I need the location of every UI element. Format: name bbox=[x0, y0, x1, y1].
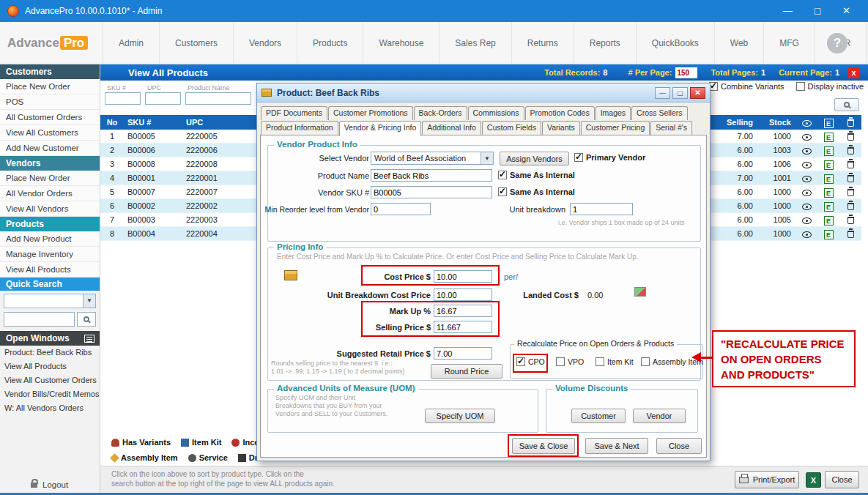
view-product-button[interactable] bbox=[795, 213, 817, 226]
round-price-button[interactable]: Round Price bbox=[431, 364, 502, 379]
volume-customer-button[interactable]: Customer bbox=[571, 409, 626, 423]
unit-breakdown-cost-input[interactable] bbox=[434, 289, 492, 301]
dialog-titlebar[interactable]: Product: Beef Back Ribs bbox=[257, 83, 710, 103]
tab-back-orders[interactable]: Back-Orders bbox=[414, 106, 467, 120]
dialog-minimize-icon[interactable] bbox=[655, 87, 670, 99]
page-close-button[interactable]: x bbox=[848, 67, 859, 78]
nav-item-admin[interactable]: Admin bbox=[103, 22, 159, 64]
vendor-product-name-input[interactable] bbox=[371, 169, 492, 182]
help-icon[interactable] bbox=[827, 33, 847, 53]
col-header-selling[interactable]: Selling bbox=[716, 115, 757, 130]
cpo-checkbox[interactable]: CPO bbox=[516, 357, 545, 366]
sb-view-all-customers[interactable]: View All Customers bbox=[0, 125, 100, 141]
filter-sku-input[interactable] bbox=[105, 92, 141, 105]
search-products-button[interactable] bbox=[834, 98, 859, 111]
sidebar-header-products[interactable]: Products bbox=[0, 217, 100, 231]
sb-add-new-customer[interactable]: Add New Customer bbox=[0, 141, 100, 156]
delete-product-button[interactable] bbox=[839, 130, 861, 143]
tab-images[interactable]: Images bbox=[596, 106, 631, 120]
dialog-close-icon[interactable] bbox=[690, 87, 705, 99]
tab-pdf-documents[interactable]: PDF Documents bbox=[261, 106, 327, 120]
ow-view-all-customer-orders[interactable]: View All Customer Orders bbox=[0, 373, 100, 387]
edit-product-button[interactable] bbox=[817, 199, 839, 212]
vendor-sku-input[interactable] bbox=[371, 186, 492, 198]
nav-item-sales-rep[interactable]: Sales Rep bbox=[439, 22, 511, 64]
nav-item-warehouse[interactable]: Warehouse bbox=[363, 22, 439, 64]
view-product-button[interactable] bbox=[795, 199, 817, 212]
edit-product-button[interactable] bbox=[817, 213, 839, 226]
edit-product-button[interactable] bbox=[817, 227, 839, 240]
sb-cust-place-new-order[interactable]: Place New Order bbox=[0, 79, 100, 94]
delete-product-button[interactable] bbox=[839, 185, 861, 198]
filter-upc-input[interactable] bbox=[145, 92, 181, 105]
min-reorder-input[interactable] bbox=[371, 203, 431, 215]
save-next-button[interactable]: Save & Next bbox=[585, 438, 648, 454]
window-minimize-icon[interactable] bbox=[783, 5, 793, 17]
tab-customer-pricing[interactable]: Customer Pricing bbox=[581, 121, 650, 135]
delete-product-button[interactable] bbox=[839, 171, 861, 185]
delete-product-button[interactable] bbox=[839, 199, 861, 212]
per-page-input[interactable] bbox=[675, 67, 697, 78]
nav-item-customers[interactable]: Customers bbox=[159, 22, 233, 64]
sb-view-all-vendors[interactable]: View All Vendors bbox=[0, 201, 100, 217]
tab-cross-sellers[interactable]: Cross Sellers bbox=[631, 106, 687, 120]
col-header-stock[interactable]: Stock bbox=[757, 115, 795, 130]
sb-all-customer-orders[interactable]: All Customer Orders bbox=[0, 110, 100, 125]
delete-product-button[interactable] bbox=[839, 157, 861, 171]
col-header-sku[interactable]: SKU # bbox=[124, 115, 182, 130]
ow-product-beef-back-ribs[interactable]: Product: Beef Back Ribs bbox=[0, 346, 100, 360]
markup-input[interactable] bbox=[434, 305, 492, 317]
nav-item-quickbooks[interactable]: QuickBooks bbox=[636, 22, 714, 64]
nav-item-products[interactable]: Products bbox=[297, 22, 363, 64]
tab-custom-fields[interactable]: Custom Fields bbox=[482, 121, 541, 135]
view-product-button[interactable] bbox=[795, 185, 817, 198]
quick-search-category-select[interactable] bbox=[4, 294, 96, 308]
combine-variants-checkbox[interactable]: Combine Variants bbox=[709, 82, 784, 91]
window-close-icon[interactable] bbox=[842, 5, 850, 17]
edit-product-button[interactable] bbox=[817, 130, 839, 143]
sb-all-vendor-orders[interactable]: All Vendor Orders bbox=[0, 186, 100, 201]
view-product-button[interactable] bbox=[795, 171, 817, 185]
item-kit-checkbox[interactable]: Item Kit bbox=[596, 357, 634, 366]
excel-export-icon[interactable] bbox=[806, 472, 821, 488]
sb-vend-place-new-order[interactable]: Place New Order bbox=[0, 171, 100, 186]
sidebar-header-customers[interactable]: Customers bbox=[0, 64, 100, 79]
edit-product-button[interactable] bbox=[817, 171, 839, 185]
nav-item-web[interactable]: Web bbox=[714, 22, 763, 64]
sidebar-header-vendors[interactable]: Vendors bbox=[0, 156, 100, 171]
delete-product-button[interactable] bbox=[839, 227, 861, 240]
col-header-upc[interactable]: UPC bbox=[182, 115, 248, 130]
same-as-internal-name-checkbox[interactable]: Same As Internal bbox=[498, 171, 575, 179]
specify-uom-button[interactable]: Specify UOM bbox=[425, 409, 495, 423]
sb-pos[interactable]: POS bbox=[0, 94, 100, 110]
tab-vendor-pricing-info[interactable]: Vendor & Pricing Info bbox=[339, 121, 422, 136]
quick-search-input[interactable] bbox=[4, 312, 75, 327]
edit-product-button[interactable] bbox=[817, 185, 839, 198]
suggested-retail-input[interactable] bbox=[434, 347, 492, 360]
ow-vendor-bills-credit-memos[interactable]: Vendor Bills/Credit Memos bbox=[0, 387, 100, 401]
sb-manage-inventory[interactable]: Manage Inventory bbox=[0, 247, 100, 262]
col-header-no[interactable]: No bbox=[100, 115, 124, 130]
edit-product-button[interactable] bbox=[817, 157, 839, 171]
nav-item-returns[interactable]: Returns bbox=[511, 22, 574, 64]
volume-vendor-button[interactable]: Vendor bbox=[633, 409, 686, 423]
edit-product-button[interactable] bbox=[817, 144, 839, 157]
col-header-edit[interactable] bbox=[817, 115, 839, 130]
page-close-footer-button[interactable]: Close bbox=[825, 471, 859, 488]
ow-w-all-vendors-orders[interactable]: W: All Vendors Orders bbox=[0, 401, 100, 415]
dialog-maximize-icon[interactable] bbox=[672, 87, 688, 99]
tab-variants[interactable]: Variants bbox=[542, 121, 580, 135]
selling-price-input[interactable] bbox=[434, 321, 492, 333]
cost-price-input[interactable] bbox=[434, 270, 492, 283]
tab-additional-info[interactable]: Additional Info bbox=[422, 121, 481, 135]
ow-view-all-products[interactable]: View All Products bbox=[0, 360, 100, 373]
nav-item-reports[interactable]: Reports bbox=[574, 22, 636, 64]
vpo-checkbox[interactable]: VPO bbox=[556, 357, 584, 366]
save-close-button[interactable]: Save & Close bbox=[512, 438, 575, 454]
view-product-button[interactable] bbox=[795, 144, 817, 157]
nav-item-mfg[interactable]: MFG bbox=[763, 22, 815, 64]
sb-view-all-products[interactable]: View All Products bbox=[0, 262, 100, 278]
delete-product-button[interactable] bbox=[839, 213, 861, 226]
same-as-internal-sku-checkbox[interactable]: Same As Internal bbox=[498, 187, 575, 196]
display-inactive-checkbox[interactable]: Display inactive bbox=[796, 82, 864, 91]
